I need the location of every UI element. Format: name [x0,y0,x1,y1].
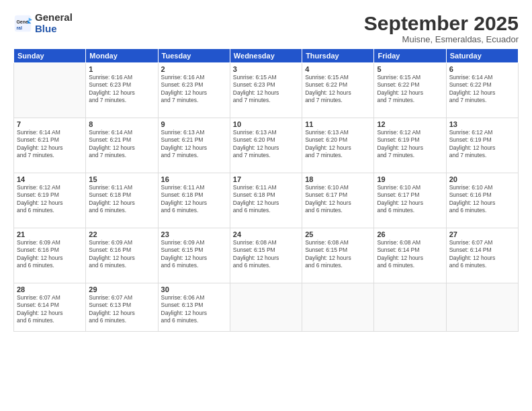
day-number: 19 [377,175,443,183]
logo-general-text: General [35,12,73,24]
table-row: 20Sunrise: 6:10 AMSunset: 6:16 PMDayligh… [446,173,518,228]
day-number: 28 [17,285,83,293]
day-info: Sunrise: 6:11 AMSunset: 6:18 PMDaylight:… [233,184,299,215]
title-block: September 2025 Muisne, Esmeraldas, Ecuad… [364,12,519,44]
day-number: 7 [17,120,83,128]
table-row: 9Sunrise: 6:13 AMSunset: 6:21 PMDaylight… [158,118,230,173]
day-number: 3 [233,65,299,73]
day-number: 5 [377,65,443,73]
table-row: 29Sunrise: 6:07 AMSunset: 6:13 PMDayligh… [86,283,158,332]
day-info: Sunrise: 6:13 AMSunset: 6:20 PMDaylight:… [233,129,299,160]
logo-blue-text: Blue [35,24,73,35]
day-info: Sunrise: 6:07 AMSunset: 6:14 PMDaylight:… [17,294,83,325]
calendar-header-row: Sunday Monday Tuesday Wednesday Thursday… [14,49,519,63]
day-info: Sunrise: 6:16 AMSunset: 6:23 PMDaylight:… [89,74,154,105]
day-number: 1 [89,65,154,73]
table-row: 21Sunrise: 6:09 AMSunset: 6:16 PMDayligh… [14,228,86,283]
day-number: 17 [233,175,299,183]
col-monday: Monday [86,49,158,63]
day-info: Sunrise: 6:09 AMSunset: 6:15 PMDaylight:… [161,239,227,270]
logo-icon: Gene ral [13,14,32,33]
day-info: Sunrise: 6:12 AMSunset: 6:19 PMDaylight:… [449,129,515,160]
table-row: 3Sunrise: 6:15 AMSunset: 6:23 PMDaylight… [230,63,302,118]
day-info: Sunrise: 6:12 AMSunset: 6:19 PMDaylight:… [377,129,443,160]
day-number: 26 [377,230,443,238]
month-title: September 2025 [364,12,519,34]
table-row [14,63,86,118]
table-row [374,283,446,332]
table-row: 14Sunrise: 6:12 AMSunset: 6:19 PMDayligh… [14,173,86,228]
day-info: Sunrise: 6:10 AMSunset: 6:17 PMDaylight:… [305,184,371,215]
day-info: Sunrise: 6:08 AMSunset: 6:15 PMDaylight:… [233,239,299,270]
table-row: 5Sunrise: 6:15 AMSunset: 6:22 PMDaylight… [374,63,446,118]
table-row: 28Sunrise: 6:07 AMSunset: 6:14 PMDayligh… [14,283,86,332]
day-number: 14 [17,175,83,183]
logo: Gene ral General Blue [13,12,73,34]
table-row: 7Sunrise: 6:14 AMSunset: 6:21 PMDaylight… [14,118,86,173]
day-info: Sunrise: 6:06 AMSunset: 6:13 PMDaylight:… [161,294,227,325]
col-thursday: Thursday [302,49,374,63]
table-row: 19Sunrise: 6:10 AMSunset: 6:17 PMDayligh… [374,173,446,228]
day-number: 9 [161,120,227,128]
day-number: 15 [89,175,154,183]
day-number: 10 [233,120,299,128]
col-sunday: Sunday [14,49,86,63]
col-friday: Friday [374,49,446,63]
subtitle: Muisne, Esmeraldas, Ecuador [364,34,519,44]
day-info: Sunrise: 6:07 AMSunset: 6:13 PMDaylight:… [89,294,154,325]
table-row: 17Sunrise: 6:11 AMSunset: 6:18 PMDayligh… [230,173,302,228]
col-wednesday: Wednesday [230,49,302,63]
day-number: 20 [449,175,515,183]
day-info: Sunrise: 6:15 AMSunset: 6:23 PMDaylight:… [233,74,299,105]
table-row: 10Sunrise: 6:13 AMSunset: 6:20 PMDayligh… [230,118,302,173]
table-row: 6Sunrise: 6:14 AMSunset: 6:22 PMDaylight… [446,63,518,118]
table-row: 16Sunrise: 6:11 AMSunset: 6:18 PMDayligh… [158,173,230,228]
calendar: Sunday Monday Tuesday Wednesday Thursday… [13,48,519,332]
table-row: 26Sunrise: 6:08 AMSunset: 6:14 PMDayligh… [374,228,446,283]
table-row: 12Sunrise: 6:12 AMSunset: 6:19 PMDayligh… [374,118,446,173]
day-info: Sunrise: 6:13 AMSunset: 6:20 PMDaylight:… [305,129,371,160]
table-row: 11Sunrise: 6:13 AMSunset: 6:20 PMDayligh… [302,118,374,173]
table-row: 13Sunrise: 6:12 AMSunset: 6:19 PMDayligh… [446,118,518,173]
day-number: 16 [161,175,227,183]
table-row: 30Sunrise: 6:06 AMSunset: 6:13 PMDayligh… [158,283,230,332]
day-info: Sunrise: 6:07 AMSunset: 6:14 PMDaylight:… [449,239,515,270]
table-row: 1Sunrise: 6:16 AMSunset: 6:23 PMDaylight… [86,63,158,118]
day-info: Sunrise: 6:15 AMSunset: 6:22 PMDaylight:… [305,74,371,105]
day-number: 13 [449,120,515,128]
day-info: Sunrise: 6:14 AMSunset: 6:22 PMDaylight:… [449,74,515,105]
table-row: 22Sunrise: 6:09 AMSunset: 6:16 PMDayligh… [86,228,158,283]
day-number: 23 [161,230,227,238]
table-row: 15Sunrise: 6:11 AMSunset: 6:18 PMDayligh… [86,173,158,228]
table-row: 25Sunrise: 6:08 AMSunset: 6:15 PMDayligh… [302,228,374,283]
col-saturday: Saturday [446,49,518,63]
table-row: 23Sunrise: 6:09 AMSunset: 6:15 PMDayligh… [158,228,230,283]
day-number: 30 [161,285,227,293]
day-info: Sunrise: 6:14 AMSunset: 6:21 PMDaylight:… [89,129,154,160]
svg-text:Gene: Gene [16,19,28,24]
day-info: Sunrise: 6:08 AMSunset: 6:15 PMDaylight:… [305,239,371,270]
svg-text:ral: ral [16,25,22,30]
day-info: Sunrise: 6:16 AMSunset: 6:23 PMDaylight:… [161,74,227,105]
day-info: Sunrise: 6:11 AMSunset: 6:18 PMDaylight:… [161,184,227,215]
table-row [446,283,518,332]
day-info: Sunrise: 6:11 AMSunset: 6:18 PMDaylight:… [89,184,154,215]
day-info: Sunrise: 6:13 AMSunset: 6:21 PMDaylight:… [161,129,227,160]
day-number: 27 [449,230,515,238]
day-info: Sunrise: 6:09 AMSunset: 6:16 PMDaylight:… [89,239,154,270]
day-number: 25 [305,230,371,238]
day-number: 22 [89,230,154,238]
day-number: 21 [17,230,83,238]
day-info: Sunrise: 6:10 AMSunset: 6:17 PMDaylight:… [377,184,443,215]
day-number: 12 [377,120,443,128]
day-info: Sunrise: 6:15 AMSunset: 6:22 PMDaylight:… [377,74,443,105]
day-number: 4 [305,65,371,73]
table-row: 18Sunrise: 6:10 AMSunset: 6:17 PMDayligh… [302,173,374,228]
table-row [302,283,374,332]
day-number: 2 [161,65,227,73]
day-info: Sunrise: 6:12 AMSunset: 6:19 PMDaylight:… [17,184,83,215]
day-number: 24 [233,230,299,238]
day-info: Sunrise: 6:08 AMSunset: 6:14 PMDaylight:… [377,239,443,270]
table-row: 8Sunrise: 6:14 AMSunset: 6:21 PMDaylight… [86,118,158,173]
table-row: 27Sunrise: 6:07 AMSunset: 6:14 PMDayligh… [446,228,518,283]
